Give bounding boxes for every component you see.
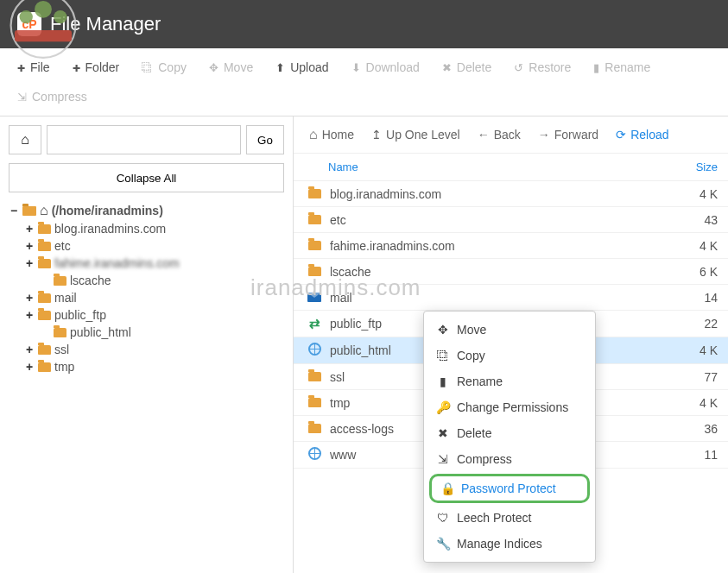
context-menu-item[interactable]: ▮Rename (424, 368, 595, 394)
nav-forward-button[interactable]: Forward (531, 123, 605, 146)
home-path-button[interactable] (9, 125, 41, 154)
copy-icon: ⿻ (436, 349, 450, 362)
delete-icon (442, 61, 452, 74)
plus-icon (73, 61, 80, 74)
context-menu-item[interactable]: ⇲Compress (424, 446, 595, 472)
label: Compress (32, 90, 87, 104)
expand-icon[interactable]: + (24, 360, 35, 374)
collapse-all-button[interactable]: Collapse All (9, 163, 284, 192)
lock-icon: 🔒 (440, 482, 454, 495)
col-size[interactable]: Size (674, 161, 718, 173)
expand-icon[interactable]: + (24, 239, 35, 253)
collapse-icon[interactable]: − (9, 204, 19, 217)
ftp-icon (309, 316, 320, 331)
tree-item[interactable]: +blog.iranadmins.com (24, 220, 284, 237)
folder-icon (308, 398, 321, 407)
go-button[interactable]: Go (246, 125, 284, 154)
move-button[interactable]: Move (200, 55, 262, 79)
table-header: Name Size (294, 154, 728, 181)
expand-icon[interactable]: + (24, 256, 35, 270)
tree-label: ssl (54, 343, 69, 356)
folder-icon (308, 267, 321, 276)
download-button[interactable]: Download (343, 55, 428, 79)
restore-button[interactable]: Restore (505, 55, 579, 79)
move-icon (209, 61, 218, 74)
wrench-icon: 🔧 (436, 537, 450, 551)
context-menu-item[interactable]: 🔒Password Protect (429, 474, 590, 503)
path-input[interactable] (47, 125, 241, 154)
expand-icon[interactable]: + (24, 343, 35, 356)
file-size: 6 K (674, 265, 718, 279)
col-name[interactable]: Name (304, 161, 674, 173)
main-toolbar: File Folder Copy Move Upload Download De… (0, 48, 728, 116)
expand-icon[interactable]: + (24, 222, 35, 236)
label: Home (322, 128, 354, 142)
file-row[interactable]: blog.iranadmins.com4 K (294, 181, 728, 207)
reload-icon (616, 128, 626, 142)
file-row[interactable]: mail14 (294, 285, 728, 311)
shield-icon: 🛡 (436, 511, 450, 525)
nav-home-button[interactable]: Home (302, 123, 361, 146)
mail-icon (307, 293, 321, 302)
tree-item[interactable]: lscache (40, 272, 284, 289)
folder-icon (308, 241, 321, 250)
menu-label: Manage Indices (457, 537, 542, 551)
expand-icon[interactable]: + (24, 291, 35, 305)
file-row[interactable]: etc43 (294, 207, 728, 233)
file-size: 4 K (674, 187, 718, 201)
rename-button[interactable]: Rename (585, 55, 659, 79)
home-icon (309, 127, 318, 142)
tree-root[interactable]: − (/home/iranadmins) (9, 201, 284, 220)
label: Download (366, 60, 420, 74)
context-menu-item[interactable]: 🔧Manage Indices (424, 531, 595, 557)
new-file-button[interactable]: File (9, 55, 59, 79)
tree-item[interactable]: +fahime.iranadmins.com (24, 255, 284, 272)
menu-label: Leech Protect (457, 511, 531, 525)
tree-item[interactable]: +mail (24, 289, 284, 306)
file-row[interactable]: lscache6 K (294, 259, 728, 285)
tree-label: public_html (70, 325, 131, 339)
nav-reload-button[interactable]: Reload (609, 123, 675, 146)
compress-icon: ⇲ (436, 452, 450, 466)
nav-up-button[interactable]: Up One Level (364, 123, 467, 146)
menu-label: Password Protect (461, 482, 556, 495)
compress-button[interactable]: Compress (9, 85, 96, 109)
new-folder-button[interactable]: Folder (64, 55, 129, 79)
copy-button[interactable]: Copy (133, 55, 195, 79)
rename-icon: ▮ (436, 375, 450, 388)
up-icon (371, 128, 382, 142)
tree-item[interactable]: +ssl (24, 341, 284, 358)
file-name: fahime.iranadmins.com (325, 239, 674, 253)
key-icon: 🔑 (436, 400, 450, 414)
tree-label: tmp (54, 360, 74, 374)
folder-tree: − (/home/iranadmins) +blog.iranadmins.co… (9, 201, 284, 375)
expand-icon[interactable]: + (24, 308, 35, 322)
tree-item[interactable]: +public_ftp (24, 306, 284, 324)
context-menu-item[interactable]: ✖Delete (424, 420, 595, 446)
tree-item[interactable]: +tmp (24, 358, 284, 375)
file-name: blog.iranadmins.com (325, 187, 674, 201)
context-menu-item[interactable]: 🛡Leech Protect (424, 505, 595, 531)
menu-label: Change Permissions (457, 400, 568, 414)
folder-icon (38, 362, 51, 372)
file-row[interactable]: fahime.iranadmins.com4 K (294, 233, 728, 259)
context-menu-item[interactable]: ⿻Copy (424, 343, 595, 368)
file-size: 4 K (674, 396, 718, 410)
tree-item[interactable]: public_html (40, 324, 284, 341)
folder-icon (38, 345, 51, 355)
folder-icon (308, 189, 321, 198)
label: Upload (290, 60, 328, 74)
file-size: 36 (674, 422, 718, 436)
home-icon (21, 132, 29, 148)
folder-icon (54, 276, 66, 286)
nav-back-button[interactable]: Back (471, 123, 528, 146)
upload-button[interactable]: Upload (267, 55, 337, 79)
tree-label: etc (54, 239, 71, 253)
folder-icon (38, 293, 51, 303)
tree-item[interactable]: +etc (24, 237, 284, 255)
context-menu-item[interactable]: ✥Move (424, 317, 595, 343)
file-name: mail (325, 291, 674, 305)
delete-button[interactable]: Delete (434, 55, 500, 79)
folder-icon (38, 311, 51, 320)
context-menu-item[interactable]: 🔑Change Permissions (424, 394, 595, 420)
